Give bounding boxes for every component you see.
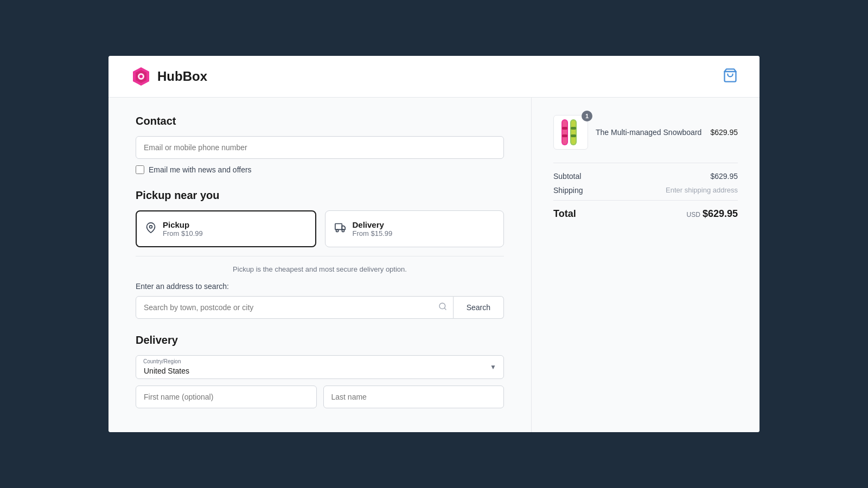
total-row: Total USD$629.95 bbox=[553, 200, 738, 220]
search-row: Search bbox=[136, 296, 504, 319]
contact-section: Contact Email me with news and offers bbox=[136, 115, 504, 174]
svg-rect-13 bbox=[563, 120, 567, 144]
pickup-title: Pickup near you bbox=[136, 189, 504, 202]
pickup-option-pickup[interactable]: Pickup From $10.99 bbox=[136, 210, 316, 247]
svg-point-9 bbox=[342, 229, 344, 232]
delivery-truck-icon bbox=[334, 222, 346, 236]
newsletter-label: Email me with news and offers bbox=[149, 165, 252, 174]
item-name: The Multi-managed Snowboard bbox=[596, 128, 703, 137]
pickup-note: Pickup is the cheapest and most secure d… bbox=[136, 256, 504, 273]
order-totals: Subtotal $629.95 Shipping Enter shipping… bbox=[553, 163, 738, 220]
contact-title: Contact bbox=[136, 115, 504, 127]
delivery-option-text: Delivery From $15.99 bbox=[353, 220, 393, 237]
address-search-input[interactable] bbox=[136, 296, 454, 319]
header: HubBox bbox=[108, 56, 760, 98]
svg-rect-18 bbox=[571, 127, 576, 130]
first-name-input[interactable] bbox=[136, 386, 317, 408]
newsletter-checkbox[interactable] bbox=[136, 165, 144, 174]
pickup-option-name: Pickup bbox=[163, 220, 203, 229]
search-icon bbox=[438, 302, 447, 313]
pickup-option-text: Pickup From $10.99 bbox=[163, 220, 203, 237]
svg-rect-17 bbox=[562, 134, 567, 137]
name-row bbox=[136, 386, 504, 415]
svg-rect-6 bbox=[335, 223, 342, 229]
item-image-wrapper: 1 bbox=[553, 115, 588, 150]
hubbox-logo-icon bbox=[130, 66, 152, 87]
total-value-container: USD$629.95 bbox=[687, 208, 738, 220]
pickup-option-price: From $10.99 bbox=[163, 229, 203, 237]
item-image bbox=[553, 115, 588, 150]
order-item: 1 The Multi-managed Snowboard $629.95 bbox=[553, 115, 738, 150]
shipping-row: Shipping Enter shipping address bbox=[553, 186, 738, 195]
left-panel: Contact Email me with news and offers Pi… bbox=[108, 98, 532, 432]
item-details: The Multi-managed Snowboard bbox=[596, 128, 703, 137]
svg-rect-19 bbox=[571, 134, 576, 137]
svg-point-5 bbox=[150, 225, 152, 228]
last-name-group bbox=[323, 386, 505, 408]
logo-text: HubBox bbox=[157, 69, 207, 84]
main-container: HubBox Contact Email me with news and of… bbox=[108, 56, 760, 432]
svg-rect-15 bbox=[571, 120, 576, 144]
search-input-wrapper bbox=[136, 296, 454, 319]
delivery-option-price: From $15.99 bbox=[353, 229, 393, 237]
content-area: Contact Email me with news and offers Pi… bbox=[108, 98, 760, 432]
first-name-group bbox=[136, 386, 317, 408]
subtotal-row: Subtotal $629.95 bbox=[553, 172, 738, 181]
item-quantity-badge: 1 bbox=[582, 111, 592, 121]
newsletter-checkbox-row: Email me with news and offers bbox=[136, 165, 504, 174]
last-name-input[interactable] bbox=[323, 386, 505, 408]
total-label: Total bbox=[553, 208, 576, 220]
location-pin-icon bbox=[145, 222, 156, 236]
svg-marker-7 bbox=[342, 226, 345, 229]
delivery-section: Delivery Country/Region United States ▼ bbox=[136, 334, 504, 415]
country-select-group: Country/Region United States ▼ bbox=[136, 355, 504, 379]
pickup-section: Pickup near you Pickup From $10.99 bbox=[136, 189, 504, 319]
pickup-option-delivery[interactable]: Delivery From $15.99 bbox=[325, 210, 505, 247]
total-currency: USD bbox=[687, 211, 700, 219]
search-button[interactable]: Search bbox=[454, 296, 504, 319]
subtotal-label: Subtotal bbox=[553, 172, 581, 181]
cart-icon[interactable] bbox=[723, 68, 738, 85]
delivery-title: Delivery bbox=[136, 334, 504, 346]
right-panel: 1 The Multi-managed Snowboard $629.95 Su… bbox=[532, 98, 760, 432]
total-value: $629.95 bbox=[703, 208, 738, 219]
svg-rect-16 bbox=[562, 127, 567, 130]
email-input[interactable] bbox=[136, 136, 504, 159]
address-search-label: Enter an address to search: bbox=[136, 282, 504, 291]
snowboard-svg bbox=[557, 117, 584, 147]
svg-point-3 bbox=[139, 75, 143, 78]
item-price: $629.95 bbox=[710, 128, 738, 137]
country-select[interactable]: United States bbox=[136, 355, 504, 379]
shipping-value: Enter shipping address bbox=[666, 186, 738, 195]
delivery-option-name: Delivery bbox=[353, 220, 393, 229]
svg-line-11 bbox=[444, 308, 446, 310]
pickup-options: Pickup From $10.99 bbox=[136, 210, 504, 247]
subtotal-value: $629.95 bbox=[710, 172, 738, 181]
shipping-label: Shipping bbox=[553, 186, 583, 195]
svg-point-8 bbox=[336, 229, 338, 232]
logo-container: HubBox bbox=[130, 66, 207, 87]
